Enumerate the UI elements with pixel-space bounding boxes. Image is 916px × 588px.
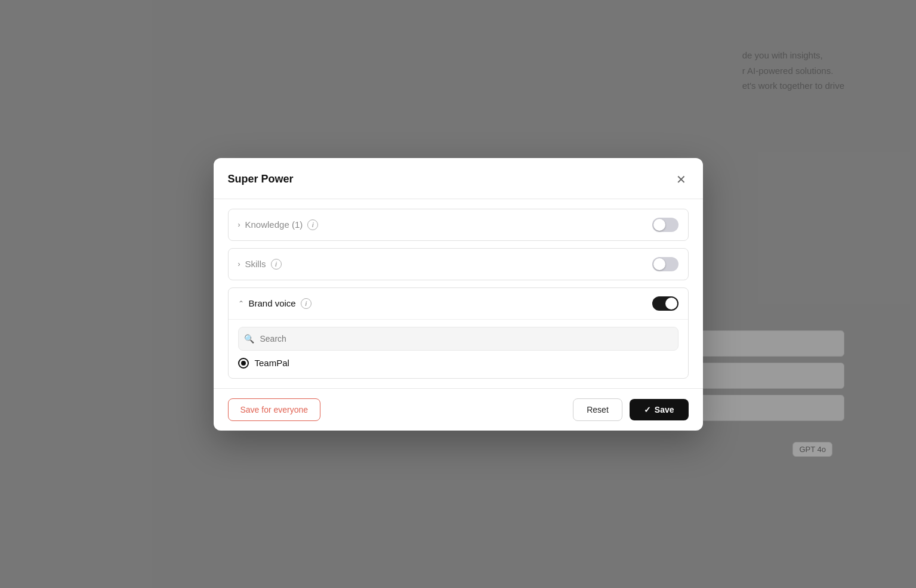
- save-for-everyone-button[interactable]: Save for everyone: [228, 398, 321, 421]
- knowledge-left: › Knowledge (1) i: [238, 219, 319, 230]
- knowledge-label: Knowledge (1): [245, 219, 303, 230]
- reset-button[interactable]: Reset: [573, 398, 622, 421]
- skills-section-row[interactable]: › Skills i: [228, 248, 689, 280]
- brand-voice-left: ⌃ Brand voice i: [238, 298, 311, 309]
- brand-voice-header[interactable]: ⌃ Brand voice i: [229, 288, 688, 319]
- knowledge-info-icon[interactable]: i: [307, 219, 318, 230]
- modal-overlay: Super Power ✕ › Knowledge (1) i: [0, 0, 916, 588]
- skills-chevron-icon: ›: [238, 260, 240, 268]
- brand-voice-body: 🔍 TeamPal: [229, 319, 688, 378]
- skills-info-icon[interactable]: i: [271, 259, 282, 270]
- skills-toggle-knob: [653, 258, 665, 270]
- brand-voice-search-input[interactable]: [238, 327, 678, 351]
- footer-right: Reset ✓ Save: [573, 398, 688, 421]
- skills-left: › Skills i: [238, 259, 282, 270]
- brand-voice-label: Brand voice: [249, 298, 296, 308]
- save-label: Save: [655, 405, 674, 414]
- save-check-icon: ✓: [644, 405, 651, 414]
- skills-toggle[interactable]: [652, 257, 678, 271]
- teampal-label: TeamPal: [255, 358, 289, 368]
- save-button[interactable]: ✓ Save: [630, 399, 689, 420]
- brand-voice-chevron-icon: ⌃: [238, 299, 244, 308]
- close-button[interactable]: ✕: [674, 170, 689, 189]
- knowledge-section-row[interactable]: › Knowledge (1) i: [228, 209, 689, 241]
- modal-footer: Save for everyone Reset ✓ Save: [214, 388, 703, 431]
- brand-voice-section: ⌃ Brand voice i 🔍: [228, 287, 689, 379]
- close-icon: ✕: [676, 172, 686, 187]
- super-power-modal: Super Power ✕ › Knowledge (1) i: [214, 158, 703, 431]
- search-icon: 🔍: [244, 334, 254, 343]
- brand-voice-toggle[interactable]: [652, 296, 678, 311]
- skills-label: Skills: [245, 259, 266, 269]
- radio-inner: [241, 361, 246, 366]
- brand-voice-option-teampal[interactable]: TeamPal: [238, 358, 678, 369]
- knowledge-toggle[interactable]: [652, 218, 678, 232]
- radio-outer: [238, 358, 249, 369]
- knowledge-toggle-knob: [653, 219, 665, 231]
- knowledge-chevron-icon: ›: [238, 221, 240, 229]
- brand-voice-info-icon[interactable]: i: [301, 298, 311, 309]
- modal-body: › Knowledge (1) i › Skills i: [214, 199, 703, 388]
- brand-voice-toggle-knob: [665, 298, 677, 310]
- brand-voice-search-container: 🔍: [238, 327, 678, 351]
- modal-title: Super Power: [228, 173, 294, 185]
- modal-header: Super Power ✕: [214, 158, 703, 199]
